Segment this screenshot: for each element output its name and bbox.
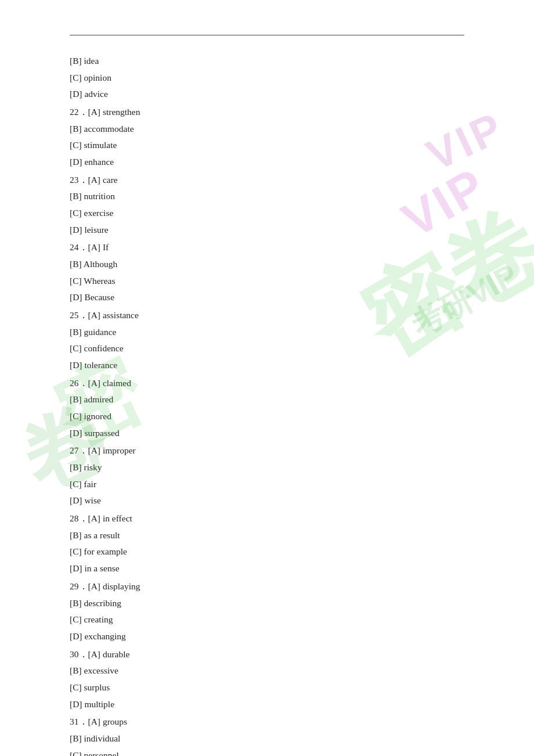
option-item: [C] fair <box>70 476 464 493</box>
option-item: [B] individual <box>70 730 464 747</box>
answer-list: [B] idea[C] opinion[D] advice22．[A] stre… <box>70 53 464 756</box>
question-item: 30．[A] durable <box>70 646 464 663</box>
question-item: 29．[A] displaying <box>70 578 464 595</box>
option-item: [B] risky <box>70 459 464 476</box>
option-item: [D] leisure <box>70 222 464 239</box>
option-item: [C] confidence <box>70 340 464 357</box>
option-item: [C] surplus <box>70 679 464 696</box>
option-item: [D] multiple <box>70 696 464 713</box>
option-item: [C] ignored <box>70 408 464 425</box>
option-item: [D] advice <box>70 86 464 103</box>
option-item: [C] stimulate <box>70 137 464 154</box>
page-container: [B] idea[C] opinion[D] advice22．[A] stre… <box>0 0 534 756</box>
option-item: [B] Although <box>70 256 464 273</box>
question-item: 23．[A] care <box>70 172 464 189</box>
option-item: [C] creating <box>70 611 464 628</box>
question-item: 26．[A] claimed <box>70 375 464 392</box>
option-item: [B] admired <box>70 391 464 408</box>
top-divider <box>70 35 464 35</box>
option-item: [D] surpassed <box>70 425 464 442</box>
option-item: [B] excessive <box>70 663 464 679</box>
option-item: [C] personnel <box>70 747 464 756</box>
question-item: 24．[A] If <box>70 239 464 256</box>
option-item: [B] accommodate <box>70 121 464 138</box>
option-item: [D] wise <box>70 492 464 509</box>
question-item: 22．[A] strengthen <box>70 104 464 121</box>
option-item: [D] in a sense <box>70 560 464 577</box>
option-item: [D] exchanging <box>70 628 464 645</box>
option-item: [C] exercise <box>70 205 464 222</box>
question-item: 31．[A] groups <box>70 714 464 730</box>
question-item: 28．[A] in effect <box>70 510 464 527</box>
option-item: [C] opinion <box>70 70 464 87</box>
option-item: [B] nutrition <box>70 188 464 205</box>
question-item: 27．[A] improper <box>70 442 464 459</box>
question-item: 25．[A] assistance <box>70 307 464 324</box>
option-item: [C] Whereas <box>70 273 464 290</box>
option-item: [D] enhance <box>70 154 464 171</box>
option-item: [C] for example <box>70 543 464 560</box>
option-item: [D] tolerance <box>70 357 464 374</box>
option-item: [B] as a result <box>70 527 464 544</box>
option-item: [B] guidance <box>70 324 464 341</box>
option-item: [D] Because <box>70 289 464 306</box>
option-item: [B] describing <box>70 595 464 612</box>
option-item: [B] idea <box>70 53 464 70</box>
